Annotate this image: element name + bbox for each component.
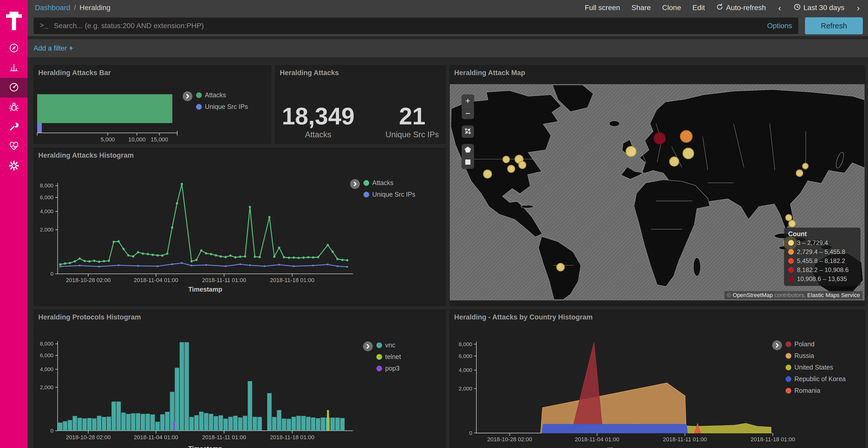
gear-icon <box>8 160 20 172</box>
add-filter-button[interactable]: Add a filter+ <box>34 44 73 53</box>
legend-item[interactable]: Unique Src IPs <box>196 103 248 110</box>
legend-item[interactable]: vnc <box>376 341 401 349</box>
legend-expand-button[interactable] <box>350 179 360 189</box>
svg-text:2018-10-28 02:00: 2018-10-28 02:00 <box>487 436 532 443</box>
map-zoom-out-button[interactable]: − <box>462 107 474 119</box>
legend-item[interactable]: United States <box>785 364 846 371</box>
sidebar-item-visualize[interactable] <box>0 58 28 78</box>
legend-item[interactable]: pop3 <box>376 365 401 372</box>
attacks-histogram-chart[interactable]: 02,0004,0006,0008,0002018-10-28 02:00201… <box>34 148 445 306</box>
svg-text:0: 0 <box>469 430 472 436</box>
legend-item[interactable]: telnet <box>376 353 401 360</box>
svg-text:2018-11-18 01:00: 2018-11-18 01:00 <box>270 277 314 283</box>
sidebar-item-management[interactable] <box>0 157 28 176</box>
svg-text:10,000: 10,000 <box>128 136 146 143</box>
query-options-link[interactable]: Options <box>767 22 792 30</box>
svg-text:2018-11-04 01:00: 2018-11-04 01:00 <box>575 436 619 443</box>
sidebar-item-devtools[interactable] <box>0 117 28 137</box>
world-map[interactable]: + − <box>450 84 865 300</box>
legend-expand-button[interactable] <box>183 91 192 101</box>
legend-item[interactable]: Attacks <box>196 91 248 99</box>
plus-icon: + <box>69 44 73 52</box>
svg-text:Timestamp: Timestamp <box>607 446 642 448</box>
svg-text:2018-11-04 01:00: 2018-11-04 01:00 <box>134 434 178 441</box>
legend-color-dot <box>788 276 794 282</box>
metric-attacks: 18,349 Attacks <box>282 104 354 139</box>
legend-color-dot <box>196 92 202 98</box>
sidebar-item-siem[interactable] <box>0 98 28 117</box>
line-chart-legend: Attacks Unique Src IPs <box>350 179 415 202</box>
legend-item[interactable]: Poland <box>785 340 846 348</box>
legend-item[interactable]: Unique Src IPs <box>364 191 415 198</box>
metric-label: Attacks <box>282 130 354 139</box>
breadcrumb-dashboard-link[interactable]: Dashboard <box>35 4 70 12</box>
sidebar-item-discover[interactable] <box>0 39 28 58</box>
svg-text:Timestamp: Timestamp <box>188 286 222 293</box>
svg-text:0: 0 <box>51 427 54 434</box>
telekom-t-logo[interactable] <box>0 0 28 39</box>
time-range-next-button[interactable]: › <box>856 3 861 13</box>
legend-item[interactable]: Romania <box>785 387 846 394</box>
svg-text:6,000: 6,000 <box>40 194 54 200</box>
legend-item[interactable]: Republic of Korea <box>785 375 846 383</box>
panel-heralding-attacks-by-country: Heralding - Attacks by Country Histogram… <box>450 310 865 448</box>
full-screen-button[interactable]: Full screen <box>585 4 620 12</box>
svg-text:6,000: 6,000 <box>40 352 54 358</box>
breadcrumb-current: Heralding <box>80 4 111 12</box>
svg-text:15,000: 15,000 <box>151 136 168 143</box>
legend-expand-button[interactable] <box>363 341 373 351</box>
svg-text:8,000: 8,000 <box>40 341 54 347</box>
map-draw-polygon-button[interactable] <box>462 144 474 157</box>
legend-color-dot <box>785 376 791 382</box>
filter-bar: Add a filter+ <box>28 39 868 57</box>
refresh-button[interactable]: Refresh <box>805 17 863 34</box>
legend-expand-button[interactable] <box>772 340 782 350</box>
svg-text:Timestamp: Timestamp <box>188 445 222 448</box>
heartbeat-icon <box>8 140 20 153</box>
legend-color-dot <box>364 192 369 198</box>
metric-value: 21 <box>385 104 439 128</box>
svg-text:2018-10-28 02:00: 2018-10-28 02:00 <box>66 277 111 283</box>
share-button[interactable]: Share <box>631 4 651 12</box>
time-range-prev-button[interactable]: ‹ <box>777 3 782 13</box>
auto-refresh-button[interactable]: Auto-refresh <box>716 3 766 12</box>
panel-heralding-attacks-metric: Heralding Attacks 18,349 Attacks 21 Uniq… <box>275 65 445 144</box>
polygon-icon <box>464 146 472 155</box>
metric-label: Unique Src IPs <box>385 130 439 139</box>
panel-heralding-attack-map: Heralding Attack Map <box>450 65 865 306</box>
panel-heralding-attacks-bar: Heralding Attacks Bar 5,00010,00015,000 … <box>34 65 271 144</box>
protocols-legend: vnc telnet pop3 <box>363 341 401 376</box>
search-box: >_ Options <box>34 18 798 34</box>
map-draw-rectangle-button[interactable] <box>462 157 474 169</box>
map-zoom-in-button[interactable]: + <box>462 95 474 107</box>
map-controls: + − <box>462 95 474 169</box>
clock-icon <box>794 3 801 12</box>
gauge-icon <box>8 81 20 94</box>
svg-text:2018-11-11 01:00: 2018-11-11 01:00 <box>663 436 707 443</box>
clone-button[interactable]: Clone <box>662 4 681 12</box>
time-range-picker[interactable]: Last 30 days <box>794 3 844 12</box>
osm-link[interactable]: OpenStreetMap <box>733 292 773 298</box>
edit-button[interactable]: Edit <box>692 4 705 12</box>
legend-color-dot <box>785 353 791 359</box>
legend-item[interactable]: Russia <box>785 352 846 359</box>
refresh-arrow-icon <box>716 3 723 12</box>
protocols-histogram-chart[interactable]: 02,0004,0006,0008,0002018-10-28 02:00201… <box>34 310 445 448</box>
query-prompt-icon: >_ <box>40 22 48 30</box>
map-fit-bounds-button[interactable] <box>462 126 474 138</box>
legend-color-dot <box>788 267 794 273</box>
legend-item[interactable]: Attacks <box>364 179 415 186</box>
legend-color-dot <box>788 258 794 264</box>
svg-text:4,000: 4,000 <box>40 366 54 372</box>
country-legend: Poland Russia United States <box>772 340 846 399</box>
sidebar-item-monitoring[interactable] <box>0 137 28 157</box>
panel-title: Heralding Attacks <box>280 69 339 77</box>
breadcrumb-separator: / <box>74 4 76 12</box>
compass-icon <box>8 42 20 55</box>
search-input[interactable] <box>54 22 762 30</box>
sidebar-item-dashboard[interactable] <box>0 78 28 98</box>
legend-color-dot <box>785 388 791 393</box>
panel-title: Heralding Attack Map <box>454 69 525 77</box>
ems-link[interactable]: Elastic Maps Service <box>807 292 860 298</box>
legend-color-dot <box>785 365 791 370</box>
